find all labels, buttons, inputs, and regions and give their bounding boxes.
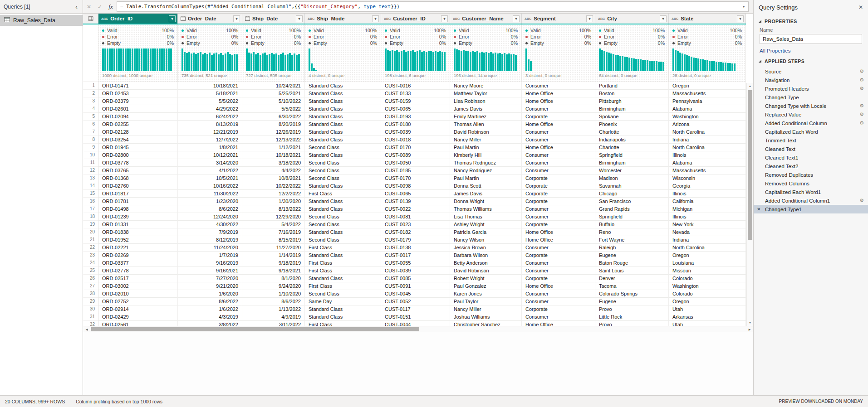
row-number[interactable]: 13 (83, 174, 98, 182)
applied-step-capitalized-each-word[interactable]: Capitalized Each Word (754, 127, 868, 136)
row-number[interactable]: 28 (83, 290, 98, 298)
cell-customer-name[interactable]: Thomas Rodriguez (450, 159, 522, 167)
filter-dropdown-icon[interactable]: ▾ (586, 15, 593, 22)
cell-customer-id[interactable]: CUST-0050 (381, 159, 450, 167)
cell-segment[interactable]: Home Office (522, 282, 595, 290)
vertical-scrollbar[interactable]: ▲ ▼ (746, 83, 753, 326)
scroll-left-icon[interactable]: ◀ (83, 326, 90, 332)
cell-ship-mode[interactable]: Standard Class (305, 275, 381, 282)
cell-ship-date[interactable]: 8/15/2019 (242, 236, 305, 244)
row-number[interactable]: 2 (83, 90, 98, 97)
formula-input[interactable]: = Table.TransformColumnTypes(#"Added Con… (117, 1, 749, 12)
cell-segment[interactable]: Consumer (522, 205, 595, 213)
cell-order-id[interactable]: ORD-02914 (98, 305, 178, 313)
filter-dropdown-icon[interactable]: ▾ (233, 15, 240, 22)
scroll-down-icon[interactable]: ▼ (747, 320, 753, 326)
step-settings-gear-icon[interactable]: ⚙ (859, 77, 864, 83)
cell-state[interactable]: Georgia (669, 182, 746, 190)
cell-order-date[interactable]: 1/6/2020 (178, 290, 242, 298)
cell-ship-mode[interactable]: Standard Class (305, 313, 381, 321)
cell-ship-mode[interactable]: Second Class (305, 174, 381, 182)
cell-order-date[interactable]: 7/9/2019 (178, 228, 242, 236)
value-distribution-histogram[interactable] (385, 48, 446, 71)
cell-customer-name[interactable]: Matthew Taylor (450, 90, 522, 97)
cell-segment[interactable]: Consumer (522, 105, 595, 113)
cell-city[interactable]: Worcester (595, 167, 669, 174)
cell-order-date[interactable]: 8/13/2019 (178, 121, 242, 128)
cell-ship-date[interactable]: 10/8/2021 (242, 174, 305, 182)
cell-order-date[interactable]: 10/16/2022 (178, 182, 242, 190)
cell-state[interactable]: Alabama (669, 159, 746, 167)
cell-segment[interactable]: Home Office (522, 121, 595, 128)
cell-ship-mode[interactable]: Standard Class (305, 151, 381, 159)
cell-segment[interactable]: Home Office (522, 236, 595, 244)
filter-dropdown-icon[interactable]: ▾ (296, 15, 303, 22)
cell-ship-mode[interactable]: Standard Class (305, 182, 381, 190)
cell-customer-name[interactable]: Lisa Thomas (450, 213, 522, 221)
row-number[interactable]: 24 (83, 259, 98, 267)
cell-segment[interactable]: Consumer (522, 244, 595, 252)
cell-state[interactable]: Illinois (669, 190, 746, 198)
cell-ship-date[interactable]: 9/18/2019 (242, 259, 305, 267)
cell-order-id[interactable]: ORD-01838 (98, 228, 178, 236)
cell-order-date[interactable]: 4/3/2019 (178, 313, 242, 321)
column-header-customer-id[interactable]: ABCCustomer_ID▾ (381, 14, 450, 24)
cell-customer-name[interactable]: James Davis (450, 190, 522, 198)
value-distribution-histogram[interactable] (599, 48, 665, 71)
column-header-state[interactable]: ABCState▾ (669, 14, 746, 24)
cell-order-id[interactable]: ORD-02255 (98, 121, 178, 128)
cell-customer-name[interactable]: Nancy Rodriguez (450, 167, 522, 174)
cell-segment[interactable]: Corporate (522, 198, 595, 205)
cell-state[interactable]: Utah (669, 305, 746, 313)
cell-customer-name[interactable]: Ashley Wright (450, 221, 522, 228)
text-type-icon[interactable]: ABC (308, 17, 314, 20)
cell-order-date[interactable]: 12/24/2020 (178, 213, 242, 221)
cell-ship-mode[interactable]: Second Class (305, 144, 381, 151)
applied-step-promoted-headers[interactable]: Promoted Headers⚙ (754, 84, 868, 93)
cell-state[interactable]: Louisiana (669, 259, 746, 267)
query-name-input[interactable] (760, 34, 862, 44)
cell-customer-name[interactable]: Joshua Williams (450, 313, 522, 321)
cell-state[interactable]: New York (669, 221, 746, 228)
cell-order-id[interactable]: ORD-03377 (98, 259, 178, 267)
cell-segment[interactable]: Consumer (522, 213, 595, 221)
cell-ship-date[interactable]: 8/13/2022 (242, 205, 305, 213)
cell-order-date[interactable]: 11/30/2022 (178, 190, 242, 198)
applied-step-removed-duplicates[interactable]: Removed Duplicates (754, 170, 868, 179)
text-type-icon[interactable]: ABC (598, 17, 605, 20)
value-distribution-histogram[interactable] (181, 48, 238, 71)
cell-segment[interactable]: Corporate (522, 190, 595, 198)
cell-ship-mode[interactable]: Same Day (305, 298, 381, 305)
filter-dropdown-icon[interactable]: ▾ (169, 15, 176, 22)
step-settings-gear-icon[interactable]: ⚙ (859, 120, 864, 126)
cell-customer-name[interactable]: Kimberly Hill (450, 151, 522, 159)
cell-customer-name[interactable]: Karen Jones (450, 290, 522, 298)
cell-city[interactable]: Colorado Springs (595, 290, 669, 298)
row-number[interactable]: 9 (83, 144, 98, 151)
row-number[interactable]: 25 (83, 267, 98, 275)
cell-order-id[interactable]: ORD-01239 (98, 213, 178, 221)
text-type-icon[interactable]: ABC (672, 17, 678, 20)
cell-state[interactable]: California (669, 198, 746, 205)
row-number[interactable]: 17 (83, 205, 98, 213)
cell-city[interactable]: Provo (595, 305, 669, 313)
cell-order-id[interactable]: ORD-01945 (98, 144, 178, 151)
cell-state[interactable]: Illinois (669, 151, 746, 159)
value-distribution-histogram[interactable] (102, 48, 174, 71)
cell-city[interactable]: Spokane (595, 113, 669, 121)
cell-order-id[interactable]: ORD-02094 (98, 113, 178, 121)
cell-order-id[interactable]: ORD-01471 (98, 82, 178, 90)
cell-state[interactable]: Washington (669, 282, 746, 290)
cell-ship-mode[interactable]: Second Class (305, 213, 381, 221)
cell-state[interactable]: Illinois (669, 213, 746, 221)
column-header-customer-name[interactable]: ABCCustomer_Name▾ (450, 14, 522, 24)
filter-dropdown-icon[interactable]: ▾ (660, 15, 667, 22)
cell-state[interactable]: Oregon (669, 82, 746, 90)
text-type-icon[interactable]: ABC (525, 17, 531, 20)
row-number[interactable]: 26 (83, 275, 98, 282)
cell-ship-date[interactable]: 5/25/2021 (242, 90, 305, 97)
cell-order-id[interactable]: ORD-03254 (98, 136, 178, 144)
cell-customer-id[interactable]: CUST-0022 (381, 205, 450, 213)
cell-segment[interactable]: Corporate (522, 275, 595, 282)
cell-ship-date[interactable]: 5/4/2022 (242, 221, 305, 228)
